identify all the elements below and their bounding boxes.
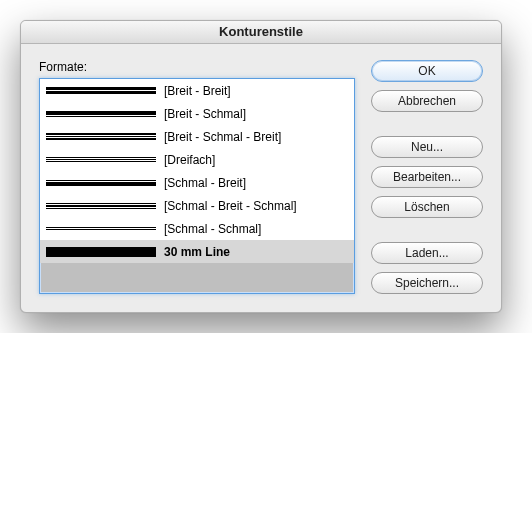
list-item[interactable]: [Breit - Breit] (40, 79, 354, 102)
stroke-preview-icon (46, 197, 156, 215)
stroke-preview-icon (46, 151, 156, 169)
stroke-preview-icon (46, 128, 156, 146)
stroke-styles-listbox[interactable]: [Breit - Breit][Breit - Schmal][Breit - … (39, 78, 355, 294)
list-item[interactable]: [Breit - Schmal] (40, 102, 354, 125)
stroke-preview-icon (46, 220, 156, 238)
edit-button[interactable]: Bearbeiten... (371, 166, 483, 188)
list-item-label: [Breit - Schmal - Breit] (164, 130, 281, 144)
window-title: Konturenstile (21, 21, 501, 44)
list-label: Formate: (39, 60, 355, 74)
dialog-window: Konturenstile Formate: [Breit - Breit][B… (20, 20, 502, 313)
ok-button[interactable]: OK (371, 60, 483, 82)
list-item-label: [Breit - Schmal] (164, 107, 246, 121)
cancel-button[interactable]: Abbrechen (371, 90, 483, 112)
list-item-label: [Schmal - Breit] (164, 176, 246, 190)
left-panel: Formate: [Breit - Breit][Breit - Schmal]… (39, 60, 355, 294)
list-item[interactable]: [Schmal - Breit - Schmal] (40, 194, 354, 217)
list-item[interactable]: [Breit - Schmal - Breit] (40, 125, 354, 148)
load-button[interactable]: Laden... (371, 242, 483, 264)
stroke-preview-icon (46, 105, 156, 123)
list-item[interactable]: [Schmal - Schmal] (40, 217, 354, 240)
delete-button[interactable]: Löschen (371, 196, 483, 218)
button-column: OK Abbrechen Neu... Bearbeiten... Lösche… (371, 60, 483, 294)
list-item[interactable]: [Dreifach] (40, 148, 354, 171)
dialog-content: Formate: [Breit - Breit][Breit - Schmal]… (21, 44, 501, 312)
stroke-preview-icon (46, 243, 156, 261)
list-item-label: 30 mm Line (164, 245, 230, 259)
list-item[interactable]: 30 mm Line (40, 240, 354, 263)
save-button[interactable]: Speichern... (371, 272, 483, 294)
list-item-label: [Schmal - Breit - Schmal] (164, 199, 297, 213)
list-item-label: [Breit - Breit] (164, 84, 231, 98)
stroke-preview-icon (46, 174, 156, 192)
new-button[interactable]: Neu... (371, 136, 483, 158)
list-item-label: [Dreifach] (164, 153, 215, 167)
stroke-preview-icon (46, 82, 156, 100)
list-item-label: [Schmal - Schmal] (164, 222, 261, 236)
list-item[interactable]: [Schmal - Breit] (40, 171, 354, 194)
